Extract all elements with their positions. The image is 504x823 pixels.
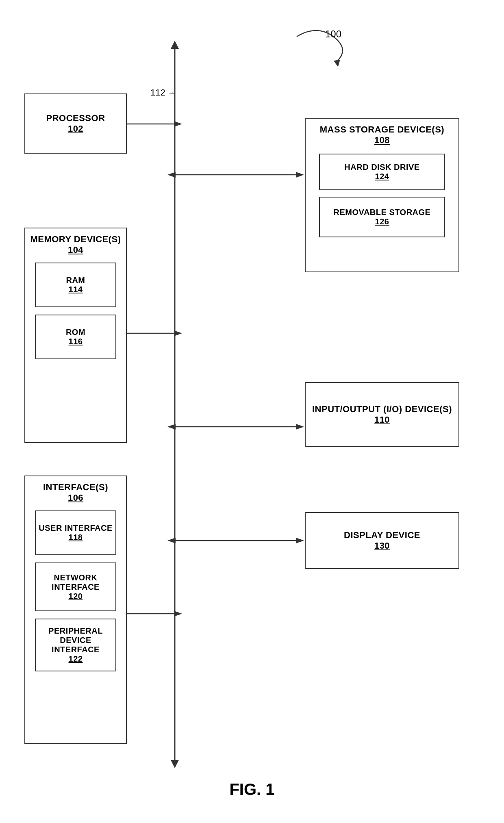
io-devices-ref: 110 — [374, 415, 390, 425]
ref-112-label: 112 → — [150, 87, 175, 98]
interfaces-box: INTERFACE(S) 106 USER INTERFACE 118 NETW… — [24, 476, 127, 744]
svg-marker-18 — [296, 424, 304, 430]
ram-box: RAM 114 — [35, 263, 116, 307]
hard-disk-box: HARD DISK DRIVE 124 — [319, 154, 445, 190]
display-device-box: DISPLAY DEVICE 130 — [305, 512, 459, 569]
svg-marker-15 — [296, 172, 304, 178]
fig-label: FIG. 1 — [0, 780, 504, 799]
mass-storage-ref: 108 — [374, 135, 390, 145]
svg-marker-21 — [296, 538, 304, 543]
hard-disk-ref: 124 — [375, 172, 389, 181]
svg-marker-25 — [334, 60, 341, 68]
user-interface-box: USER INTERFACE 118 — [35, 510, 116, 555]
svg-marker-5 — [171, 41, 179, 49]
display-device-label: DISPLAY DEVICE — [344, 530, 420, 541]
memory-devices-label: MEMORY DEVICE(S) — [30, 234, 121, 245]
svg-marker-17 — [167, 424, 176, 430]
io-devices-box: INPUT/OUTPUT (I/O) DEVICE(S) 110 — [305, 382, 459, 447]
peripheral-interface-ref: 122 — [69, 654, 83, 664]
user-interface-ref: 118 — [69, 533, 83, 542]
io-devices-label: INPUT/OUTPUT (I/O) DEVICE(S) — [312, 404, 452, 415]
removable-storage-label: REMOVABLE STORAGE — [334, 208, 431, 217]
memory-devices-box: MEMORY DEVICE(S) 104 RAM 114 ROM 116 — [24, 228, 127, 443]
peripheral-interface-box: PERIPHERAL DEVICE INTERFACE 122 — [35, 619, 116, 671]
svg-marker-12 — [174, 330, 182, 336]
network-interface-label: NETWORK INTERFACE — [38, 573, 113, 592]
rom-box: ROM 116 — [35, 315, 116, 359]
removable-storage-ref: 126 — [375, 217, 389, 226]
svg-marker-20 — [167, 538, 176, 543]
processor-box: PROCESSOR 102 — [24, 93, 127, 154]
network-interface-ref: 120 — [69, 592, 83, 601]
hard-disk-label: HARD DISK DRIVE — [344, 163, 419, 172]
network-interface-box: NETWORK INTERFACE 120 — [35, 562, 116, 611]
rom-label: ROM — [66, 328, 85, 337]
rom-ref: 116 — [69, 337, 83, 346]
processor-ref: 102 — [68, 124, 83, 134]
diagram-container: 112 → 100 PROCESSOR 102 MEMORY DEVICE(S)… — [0, 0, 504, 823]
svg-marker-14 — [167, 172, 176, 178]
ref-100-label: 100 — [325, 28, 341, 40]
interfaces-label: INTERFACE(S) — [43, 482, 108, 493]
display-device-ref: 130 — [374, 541, 390, 551]
removable-storage-box: REMOVABLE STORAGE 126 — [319, 197, 445, 237]
svg-marker-6 — [171, 760, 179, 768]
user-interface-label: USER INTERFACE — [39, 523, 112, 533]
ram-label: RAM — [66, 276, 85, 285]
memory-devices-ref: 104 — [68, 245, 83, 255]
svg-marker-24 — [174, 611, 182, 617]
processor-label: PROCESSOR — [46, 113, 105, 124]
ram-ref: 114 — [69, 285, 83, 294]
mass-storage-box: MASS STORAGE DEVICE(S) 108 HARD DISK DRI… — [305, 118, 459, 272]
peripheral-interface-label: PERIPHERAL DEVICE INTERFACE — [38, 626, 113, 654]
svg-marker-9 — [174, 121, 182, 127]
mass-storage-label: MASS STORAGE DEVICE(S) — [320, 124, 444, 135]
interfaces-ref: 106 — [68, 493, 83, 503]
